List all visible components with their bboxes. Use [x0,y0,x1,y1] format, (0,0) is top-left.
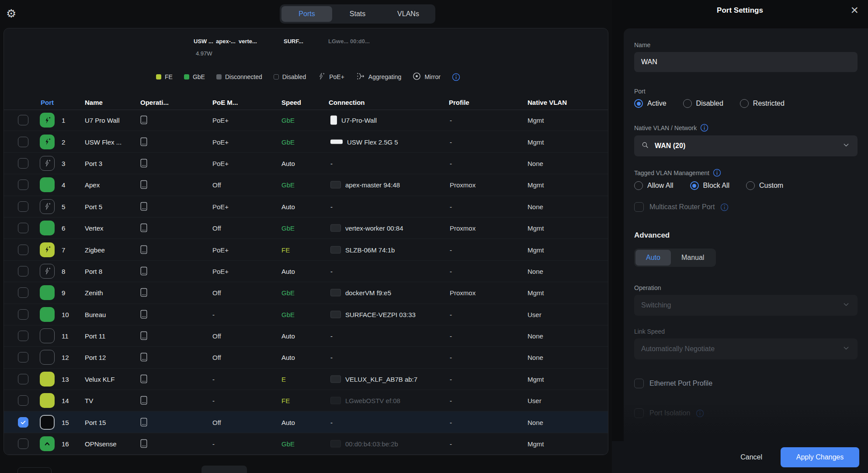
table-row-port-3[interactable]: 3 Port 3 PoE+ Auto - - None [4,153,608,174]
row-checkbox[interactable] [18,309,28,320]
port-name: USW Flex ... [85,138,122,145]
radio-tagged-vlan-custom[interactable]: Custom [746,181,783,190]
info-icon[interactable] [720,203,729,211]
column-header-connection[interactable]: Connection [329,99,365,106]
row-checkbox[interactable] [18,158,28,169]
pagination-stub[interactable] [201,466,247,473]
client-device-icon [330,246,341,253]
operation-select[interactable]: Switching [634,295,858,316]
port-number: 4 [62,181,65,189]
radio-port-disabled[interactable]: Disabled [683,99,723,108]
switch-icon [139,309,148,320]
table-row-port-7[interactable]: 7 Zigbee PoE+ FE SLZB-06M 74:1b - Mgmt [4,239,608,260]
cancel-button[interactable]: Cancel [740,453,762,461]
table-row-port-1[interactable]: 1 U7 Pro Wall PoE+ GbE U7-Pro-Wall - Mgm… [4,110,608,131]
port-name: Port 15 [85,418,106,426]
legend-info[interactable] [452,73,460,81]
row-checkbox[interactable] [18,395,28,406]
port-profile: Proxmox [450,289,476,297]
row-checkbox[interactable] [18,201,28,212]
table-row-port-15[interactable]: 15 Port 15 Off Auto - - None [4,411,608,433]
info-icon[interactable] [713,169,721,177]
radio-port-active[interactable]: Active [634,99,667,108]
table-row-port-13[interactable]: 13 Velux KLF - E VELUX_KLF_AB7B ab:7 - M… [4,369,608,390]
poe-mode: PoE+ [212,159,229,167]
multicast-router-port-checkbox[interactable]: Multicast Router Port [634,202,858,212]
info-icon[interactable] [452,73,460,81]
switch-icon [139,201,148,212]
radio-tagged-vlan-block-all[interactable]: Block All [690,181,729,190]
port-name: Vertex [85,224,104,232]
row-checkbox[interactable] [18,331,28,341]
mirror-icon [413,72,421,82]
tab-vlans[interactable]: VLANs [383,6,434,22]
column-header-poe-m-[interactable]: PoE M... [212,99,238,106]
settings-gear-icon[interactable]: ⚙ [6,8,16,19]
switch-icon [139,417,148,428]
radio-tagged-vlan-allow-all[interactable]: Allow All [634,181,674,190]
radio-circle [746,181,755,190]
table-row-port-11[interactable]: 11 Port 11 Off Auto - - None [4,325,608,347]
row-checkbox[interactable] [18,374,28,384]
table-row-port-8[interactable]: 8 Port 8 PoE+ Auto - - None [4,261,608,282]
table-row-port-12[interactable]: 12 Port 12 Off Auto - - None [4,347,608,368]
panel-title: Port Settings [612,6,868,15]
poe-power-draw: 4.97W [196,50,212,57]
info-icon[interactable] [696,409,704,418]
row-checkbox[interactable] [18,438,28,449]
port-number: 10 [62,311,69,318]
port-isolation-checkbox[interactable]: Port Isolation [634,408,858,418]
link-speed-select[interactable]: Automatically Negotiate [634,338,858,359]
table-row-port-9[interactable]: 9 Zenith Off GbE dockerVM f9:e5 Proxmox … [4,282,608,304]
toggle-auto[interactable]: Auto [635,250,671,266]
info-icon[interactable] [700,124,708,132]
column-header-profile[interactable]: Profile [449,99,469,106]
column-header-port[interactable]: Port [41,99,54,106]
radio-port-restricted[interactable]: Restricted [740,99,785,108]
name-input[interactable]: WAN [634,52,858,72]
poe-mode: - [212,311,215,318]
row-checkbox[interactable] [18,266,28,276]
tagged-vlan-radio-group: Allow AllBlock AllCustom [634,181,858,190]
legend-swatch [156,74,161,79]
row-checkbox[interactable] [18,115,28,125]
row-checkbox[interactable] [18,287,28,298]
tab-stats[interactable]: Stats [332,6,383,22]
table-row-port-5[interactable]: 5 Port 5 PoE+ Auto - - None [4,196,608,218]
column-header-operati-[interactable]: Operati... [140,99,169,106]
column-header-name[interactable]: Name [85,99,103,106]
row-checkbox[interactable] [18,223,28,233]
table-row-port-4[interactable]: 4 Apex Off GbE apex-master 94:48 Proxmox… [4,174,608,196]
switch-icon [139,158,148,169]
port-profile: - [450,159,452,167]
column-header-speed[interactable]: Speed [281,99,301,106]
toggle-manual[interactable]: Manual [671,250,715,266]
table-row-port-16[interactable]: 16 OPNsense - GbE 00:d0:b4:03:be:2b - Mg… [4,433,608,455]
row-checkbox[interactable] [18,417,28,428]
table-row-port-6[interactable]: 6 Vertex Off GbE vertex-worker 00:84 Pro… [4,218,608,239]
port-name: Port 5 [85,203,102,210]
port-speed: GbE [281,440,295,448]
tab-ports[interactable]: Ports [281,6,332,22]
chevron-down-icon [842,300,851,311]
apply-changes-button[interactable]: Apply Changes [781,447,859,467]
column-header-native-vlan[interactable]: Native VLAN [528,99,567,106]
table-row-port-10[interactable]: 10 Bureau - GbE SURFACE-VEZPI 03:33 - Us… [4,304,608,325]
connection: SURFACE-VEZPI 03:33 [330,311,416,318]
connection: dockerVM f9:e5 [330,289,391,297]
ethernet-port-profile-checkbox[interactable]: Ethernet Port Profile [634,379,858,388]
row-checkbox[interactable] [18,180,28,190]
table-row-port-2[interactable]: 2 USW Flex ... PoE+ GbE USW Flex 2.5G 5 … [4,131,608,152]
client-device-icon [330,311,341,318]
row-checkbox[interactable] [18,352,28,363]
row-checkbox[interactable] [18,137,28,147]
native-vlan: Mgmt [528,440,544,448]
table-row-port-14[interactable]: 14 TV - FE LGwebOSTV ef:08 - User [4,390,608,411]
close-icon[interactable]: × [851,3,858,17]
port-speed: GbE [281,138,295,145]
row-checkbox[interactable] [18,245,28,255]
port-speed: E [281,375,286,383]
port-status-icon [40,393,55,408]
port-status-icon [40,285,55,300]
native-vlan-select[interactable]: WAN (20) [634,135,858,156]
